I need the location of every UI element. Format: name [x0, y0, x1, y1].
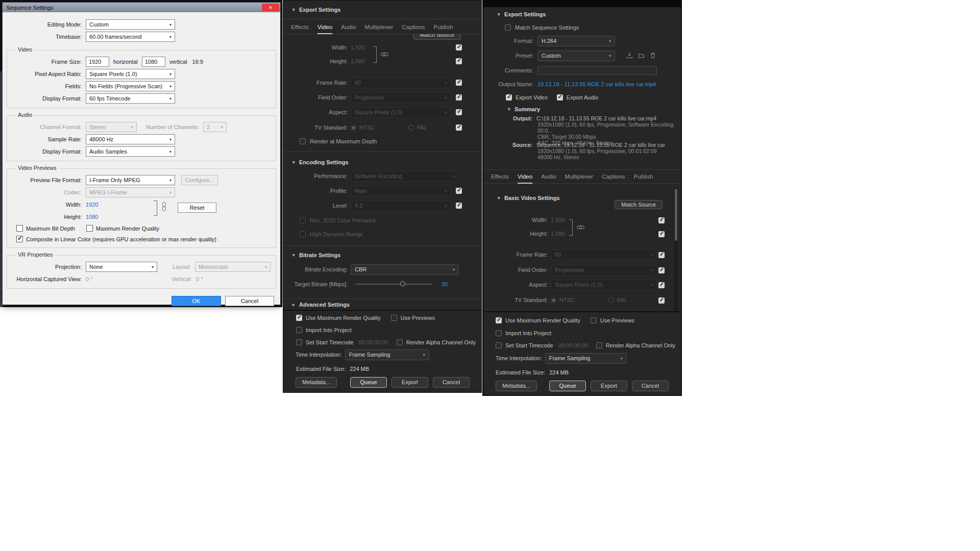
- sequence-settings-dialog: Sequence Settings Editing Mode: Custom T…: [2, 2, 281, 305]
- use-previews-checkbox[interactable]: [591, 317, 597, 323]
- dialog-title-bar[interactable]: Sequence Settings: [3, 3, 280, 12]
- scrollbar-thumb[interactable]: [675, 189, 677, 241]
- profile-checkbox[interactable]: [456, 188, 462, 194]
- field-order-checkbox[interactable]: [456, 94, 462, 101]
- sample-rate-select[interactable]: 48000 Hz: [86, 134, 175, 144]
- bitrate-encoding-select[interactable]: CBR: [351, 264, 459, 275]
- preset-select[interactable]: Custom: [537, 51, 615, 61]
- queue-button[interactable]: Queue: [350, 377, 387, 388]
- render-alpha-checkbox[interactable]: [397, 339, 403, 345]
- par-select[interactable]: Square Pixels (1.0): [86, 69, 175, 79]
- frame-height-input[interactable]: 1080: [142, 57, 165, 67]
- render-alpha-checkbox[interactable]: [596, 342, 602, 348]
- chevron-down-icon: [166, 149, 172, 154]
- export-audio-checkbox[interactable]: [557, 94, 563, 101]
- render-max-depth-checkbox[interactable]: [300, 138, 306, 144]
- slider-handle[interactable]: [400, 281, 405, 286]
- aspect-checkbox[interactable]: [658, 282, 665, 288]
- height-checkbox[interactable]: [456, 58, 462, 64]
- output-name-link[interactable]: 19.12.18 - 11.13.55 ROE 2 car kills live…: [537, 81, 656, 87]
- tab-video[interactable]: Video: [317, 24, 332, 30]
- frame-width-input[interactable]: 1920: [86, 57, 109, 67]
- preview-format-select[interactable]: I-Frame Only MPEG: [86, 175, 175, 185]
- collapse-triangle-icon[interactable]: [498, 195, 504, 201]
- metadata-button[interactable]: Metadata...: [296, 377, 337, 388]
- tab-multiplexer[interactable]: Multiplexer: [365, 24, 394, 30]
- tab-audio[interactable]: Audio: [341, 24, 356, 30]
- frame-rate-checkbox[interactable]: [456, 80, 462, 86]
- metadata-button[interactable]: Metadata...: [496, 381, 537, 391]
- link-icon[interactable]: [161, 202, 167, 213]
- comments-input[interactable]: [537, 66, 657, 75]
- format-select[interactable]: H.264: [537, 36, 615, 46]
- cancel-button[interactable]: Cancel: [433, 377, 470, 388]
- use-previews-checkbox[interactable]: [391, 315, 397, 321]
- link-icon[interactable]: [380, 52, 389, 58]
- tab-effects[interactable]: Effects: [491, 173, 509, 180]
- collapse-triangle-icon[interactable]: [508, 107, 514, 112]
- max-render-quality-checkbox[interactable]: [86, 225, 93, 232]
- link-icon[interactable]: [576, 224, 585, 231]
- editing-mode-select[interactable]: Custom: [86, 19, 175, 30]
- fields-select[interactable]: No Fields (Progressive Scan): [86, 81, 175, 91]
- summary-source-detail: 48000 Hz, Stereo: [483, 154, 681, 160]
- time-interpolation-select[interactable]: Frame Sampling: [345, 349, 429, 360]
- tab-effects[interactable]: Effects: [291, 24, 309, 30]
- time-interpolation-select[interactable]: Frame Sampling: [545, 353, 627, 364]
- import-project-checkbox[interactable]: [496, 330, 502, 336]
- export-button[interactable]: Export: [591, 381, 627, 391]
- frame-rate-checkbox[interactable]: [658, 252, 665, 258]
- width-checkbox[interactable]: [456, 44, 462, 51]
- advanced-settings-header: Advanced Settings: [283, 299, 481, 310]
- tab-captions[interactable]: Captions: [402, 24, 425, 30]
- projection-select[interactable]: None: [86, 262, 157, 272]
- save-preset-icon[interactable]: [626, 52, 633, 60]
- tv-standard-checkbox[interactable]: [658, 297, 665, 304]
- max-bit-depth-checkbox[interactable]: [16, 225, 23, 232]
- tv-standard-checkbox[interactable]: [456, 124, 462, 131]
- reset-button[interactable]: Reset: [178, 203, 216, 213]
- delete-preset-icon[interactable]: [650, 52, 656, 60]
- import-preset-icon[interactable]: [638, 52, 645, 60]
- tab-publish[interactable]: Publish: [634, 173, 653, 180]
- collapse-triangle-icon[interactable]: [292, 160, 299, 165]
- import-project-checkbox[interactable]: [296, 327, 302, 333]
- display-format-select[interactable]: 60 fps Timecode: [86, 93, 175, 104]
- cancel-button[interactable]: Cancel: [632, 381, 669, 391]
- audio-display-select[interactable]: Audio Samples: [86, 146, 175, 157]
- time-interpolation-row: Time Interpolation: Frame Sampling: [483, 352, 681, 364]
- export-button[interactable]: Export: [391, 377, 428, 388]
- file-size-row: Estimated File Size: 224 MB: [483, 366, 681, 379]
- tab-multiplexer[interactable]: Multiplexer: [565, 173, 594, 180]
- queue-button[interactable]: Queue: [549, 381, 586, 391]
- timebase-select[interactable]: 60.00 frames/second: [86, 32, 175, 42]
- level-checkbox[interactable]: [456, 203, 462, 209]
- tab-audio[interactable]: Audio: [541, 173, 556, 180]
- use-max-render-checkbox[interactable]: [296, 315, 302, 321]
- preview-width-value[interactable]: 1920: [86, 202, 98, 208]
- cancel-button[interactable]: Cancel: [225, 296, 274, 306]
- set-start-timecode-checkbox[interactable]: [296, 339, 302, 345]
- match-source-button[interactable]: Match Source: [615, 200, 663, 209]
- width-checkbox[interactable]: [658, 217, 665, 223]
- collapse-triangle-icon[interactable]: [292, 302, 299, 307]
- collapse-triangle-icon[interactable]: [292, 253, 299, 258]
- target-bitrate-slider[interactable]: [356, 284, 432, 285]
- close-icon[interactable]: [262, 4, 279, 11]
- aspect-checkbox[interactable]: [456, 109, 462, 115]
- tab-publish[interactable]: Publish: [434, 24, 453, 30]
- ok-button[interactable]: OK: [172, 296, 221, 306]
- match-sequence-checkbox[interactable]: [505, 24, 511, 31]
- use-max-render-checkbox[interactable]: [496, 317, 502, 323]
- target-bitrate-value[interactable]: 30: [442, 281, 448, 287]
- set-start-timecode-checkbox[interactable]: [496, 342, 502, 348]
- height-checkbox[interactable]: [658, 231, 665, 237]
- collapse-triangle-icon[interactable]: [498, 12, 504, 17]
- composite-linear-checkbox[interactable]: [16, 236, 23, 242]
- collapse-triangle-icon[interactable]: [292, 7, 299, 12]
- field-order-checkbox[interactable]: [658, 267, 665, 273]
- preview-height-value[interactable]: 1080: [86, 214, 98, 220]
- tab-captions[interactable]: Captions: [602, 173, 625, 180]
- export-video-checkbox[interactable]: [506, 94, 512, 101]
- tab-video[interactable]: Video: [518, 173, 532, 180]
